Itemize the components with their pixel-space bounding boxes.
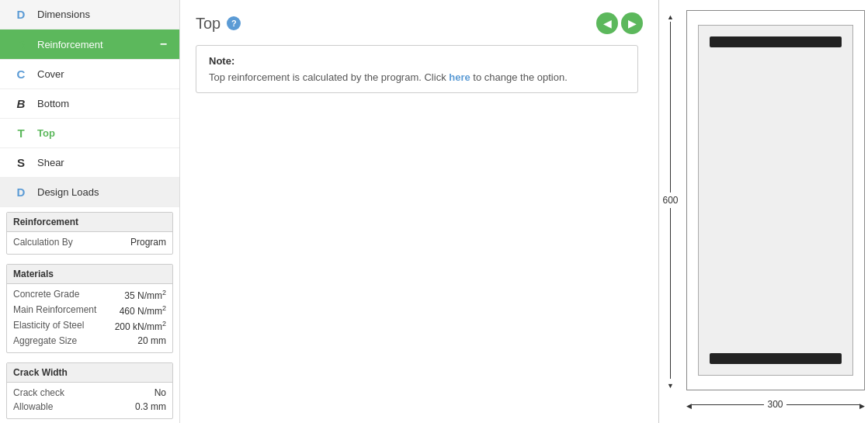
sidebar-letter-b: B	[12, 97, 30, 110]
info-row-allowable: Allowable 0.3 mm	[13, 400, 166, 414]
info-key-allowable: Allowable	[13, 401, 53, 412]
diagram-panel: 600 300	[658, 0, 868, 423]
info-key-main-rein: Main Reinforcement	[13, 304, 96, 317]
sidebar-label-top: Top	[37, 127, 55, 139]
rebar-bottom	[710, 353, 842, 364]
info-key-aggregate: Aggregate Size	[13, 335, 77, 346]
sidebar-item-design-loads[interactable]: D Design Loads	[0, 178, 179, 207]
bottom-dim-line-2	[786, 404, 859, 405]
side-dim-line	[670, 22, 671, 192]
dim-arrow-right-icon	[859, 399, 865, 411]
info-row-concrete: Concrete Grade 35 N/mm2	[13, 287, 166, 303]
top-header: Top ? ◀ ▶	[196, 12, 643, 34]
note-box: Note: Top reinforcement is calculated by…	[196, 45, 638, 93]
info-val-allowable: 0.3 mm	[135, 401, 166, 412]
sidebar-label-dimensions: Dimensions	[37, 9, 90, 20]
sidebar-label-shear: Shear	[37, 157, 64, 168]
note-text: Top reinforcement is calculated by the p…	[209, 71, 625, 83]
info-key-calc-by: Calculation By	[13, 237, 73, 248]
side-dimension: 600	[663, 10, 679, 390]
reinforcement-panel-header: Reinforcement	[7, 213, 172, 232]
sidebar-item-dimensions[interactable]: D Dimensions	[0, 0, 179, 29]
info-row-aggregate: Aggregate Size 20 mm	[13, 334, 166, 348]
nav-right-button[interactable]: ▶	[621, 12, 643, 34]
reinforcement-info-panel: Reinforcement Calculation By Program	[6, 212, 173, 255]
materials-panel-body: Concrete Grade 35 N/mm2 Main Reinforceme…	[7, 284, 172, 352]
sidebar-item-top[interactable]: T Top	[0, 119, 179, 148]
page-title: Top	[196, 15, 220, 33]
dim-arrow-down-icon	[667, 379, 674, 390]
sidebar-label-bottom: Bottom	[37, 98, 69, 109]
diagram-outer	[686, 10, 865, 390]
crack-panel-header: Crack Width	[7, 363, 172, 383]
note-link[interactable]: here	[449, 71, 470, 83]
sidebar-letter-s: S	[12, 156, 30, 169]
side-dim-line-2	[670, 208, 671, 379]
info-val-concrete: 35 N/mm2	[124, 289, 166, 301]
nav-arrows: ◀ ▶	[596, 12, 643, 34]
info-val-crack-check: No	[155, 387, 166, 398]
dim-arrow-up-icon	[667, 10, 674, 22]
info-val-elasticity: 200 kN/mm2	[115, 320, 166, 332]
crack-info-panel: Crack Width Crack check No Allowable 0.3…	[6, 362, 173, 419]
materials-info-panel: Materials Concrete Grade 35 N/mm2 Main R…	[6, 264, 173, 353]
sidebar-item-reinforcement[interactable]: R Reinforcement −	[0, 29, 179, 60]
info-val-main-rein: 460 N/mm2	[120, 304, 166, 317]
info-row-crack-check: Crack check No	[13, 386, 166, 400]
side-dim-label: 600	[663, 192, 679, 208]
help-icon[interactable]: ?	[227, 16, 241, 30]
info-val-calc-by: Program	[130, 237, 166, 248]
diagram-inner	[698, 25, 853, 376]
sidebar: D Dimensions R Reinforcement − C Cover B…	[0, 0, 180, 423]
sidebar-letter-d: D	[12, 8, 30, 21]
crack-panel-body: Crack check No Allowable 0.3 mm	[7, 383, 172, 418]
note-text-after: to change the option.	[470, 71, 568, 83]
note-title: Note:	[209, 55, 625, 67]
reinforcement-panel-body: Calculation By Program	[7, 232, 172, 254]
dim-arrow-left-icon	[686, 399, 692, 411]
sidebar-letter-dl: D	[12, 185, 30, 199]
sidebar-letter-t: T	[12, 127, 30, 140]
info-row-elasticity: Elasticity of Steel 200 kN/mm2	[13, 318, 166, 334]
sidebar-item-bottom[interactable]: B Bottom	[0, 89, 179, 119]
nav-left-button[interactable]: ◀	[596, 12, 618, 34]
info-row-main-rein: Main Reinforcement 460 N/mm2	[13, 303, 166, 318]
bottom-dim-line	[692, 404, 765, 405]
materials-panel-header: Materials	[7, 265, 172, 284]
top-header-left: Top ?	[196, 15, 241, 33]
info-val-aggregate: 20 mm	[137, 335, 166, 346]
sidebar-letter-c: C	[12, 68, 30, 81]
diagram-wrapper: 600 300	[686, 10, 865, 390]
sidebar-badge-reinforcement: −	[160, 37, 167, 51]
main-content: Top ? ◀ ▶ Note: Top reinforcement is cal…	[180, 0, 658, 423]
info-row-calc-by: Calculation By Program	[13, 235, 166, 249]
sidebar-label-cover: Cover	[37, 68, 64, 80]
sidebar-item-cover[interactable]: C Cover	[0, 60, 179, 89]
note-text-before: Top reinforcement is calculated by the p…	[209, 71, 449, 83]
sidebar-label-design-loads: Design Loads	[37, 186, 99, 198]
bottom-dim-label: 300	[764, 399, 786, 410]
sidebar-letter-r: R	[12, 38, 30, 51]
sidebar-label-reinforcement: Reinforcement	[37, 39, 103, 50]
rebar-top	[710, 36, 842, 47]
bottom-dimension: 300	[686, 399, 865, 411]
info-key-concrete: Concrete Grade	[13, 289, 79, 301]
info-key-crack-check: Crack check	[13, 387, 64, 398]
info-key-elasticity: Elasticity of Steel	[13, 320, 84, 332]
sidebar-item-shear[interactable]: S Shear	[0, 148, 179, 178]
